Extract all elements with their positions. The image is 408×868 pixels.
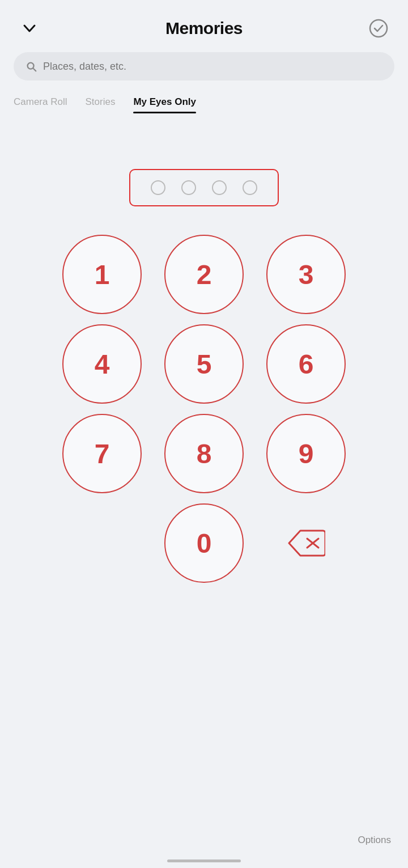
home-bar <box>167 859 241 862</box>
key-1[interactable]: 1 <box>62 235 142 314</box>
chevron-down-icon[interactable] <box>17 16 42 41</box>
key-4[interactable]: 4 <box>62 324 142 404</box>
search-icon <box>25 60 37 73</box>
tab-camera-roll[interactable]: Camera Roll <box>14 92 67 112</box>
keypad-row-4: 0 <box>62 503 346 583</box>
header: Memories <box>0 0 408 50</box>
page-title: Memories <box>165 19 243 38</box>
pin-dot-1 <box>151 180 165 195</box>
tab-stories[interactable]: Stories <box>85 92 115 112</box>
key-2[interactable]: 2 <box>164 235 244 314</box>
pin-entry-area: 1 2 3 4 5 6 7 8 9 0 <box>0 169 408 583</box>
key-6[interactable]: 6 <box>266 324 346 404</box>
pin-dot-2 <box>181 180 196 195</box>
tabs-bar: Camera Roll Stories My Eyes Only <box>0 92 408 112</box>
search-input[interactable] <box>43 61 383 73</box>
key-0[interactable]: 0 <box>164 503 244 583</box>
search-bar[interactable] <box>14 52 394 81</box>
home-indicator <box>0 859 408 868</box>
key-9[interactable]: 9 <box>266 414 346 493</box>
keypad: 1 2 3 4 5 6 7 8 9 0 <box>0 235 408 583</box>
pin-dot-3 <box>212 180 227 195</box>
options-button[interactable]: Options <box>358 835 391 846</box>
keypad-row-3: 7 8 9 <box>62 414 346 493</box>
key-7[interactable]: 7 <box>62 414 142 493</box>
pin-dots-container <box>129 169 279 206</box>
key-8[interactable]: 8 <box>164 414 244 493</box>
pin-dot-4 <box>243 180 257 195</box>
keypad-row-2: 4 5 6 <box>62 324 346 404</box>
options-bar: Options <box>0 823 408 859</box>
key-3[interactable]: 3 <box>266 235 346 314</box>
tab-my-eyes-only[interactable]: My Eyes Only <box>133 92 196 112</box>
select-icon[interactable] <box>366 16 391 41</box>
backspace-button[interactable] <box>266 503 346 583</box>
key-empty <box>62 503 142 583</box>
keypad-row-1: 1 2 3 <box>62 235 346 314</box>
svg-point-0 <box>370 20 387 37</box>
key-5[interactable]: 5 <box>164 324 244 404</box>
